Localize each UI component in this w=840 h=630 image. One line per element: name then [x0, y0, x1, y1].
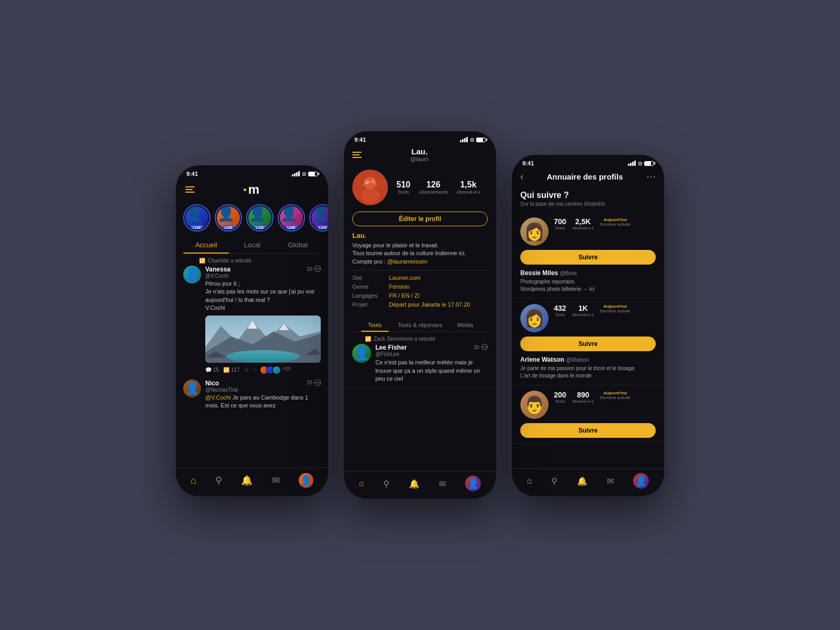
- profile-handle: @laum: [410, 156, 428, 162]
- bottom-nav-left: ⌂ ⚲ 🔔 ✉ 👤: [176, 467, 328, 496]
- post-actions-vanessa: 💬 15 🔁 117 ☆ ↑: [205, 366, 321, 374]
- retoot-text-center: Zack Simmmons a retooté: [374, 336, 435, 342]
- story-1[interactable]: 👤 LIVE: [183, 204, 211, 232]
- story-2[interactable]: 👤 LIVE: [215, 204, 242, 232]
- third-toots-num: 200: [554, 391, 566, 399]
- story-person-5: 👤: [311, 206, 328, 222]
- post-name-vanessa: Vanessa: [205, 266, 230, 273]
- feed-time-lee: 1h: [474, 344, 479, 350]
- post-meta-vanessa: 1h: [307, 266, 321, 272]
- story-4[interactable]: 👤 LIVE: [278, 204, 305, 232]
- more-options-btn[interactable]: ⋯: [646, 171, 656, 182]
- nav-search-right[interactable]: ⚲: [551, 476, 558, 486]
- stat-abonnees: 1,5k Abonné·e·s: [456, 180, 480, 195]
- menu-icon[interactable]: [185, 186, 195, 193]
- content-tab-media[interactable]: Média: [443, 319, 488, 331]
- follow-btn-bessie[interactable]: Suivre: [520, 250, 656, 265]
- logo: m: [244, 182, 259, 197]
- detail-val-site[interactable]: Laumei.com: [389, 275, 421, 281]
- third-abonnees-num: 890: [572, 391, 593, 399]
- nav-home-left[interactable]: ⌂: [191, 475, 196, 486]
- edit-profile-btn[interactable]: Éditer le profil: [352, 212, 488, 226]
- svg-point-5: [226, 350, 300, 363]
- nav-bell-left[interactable]: 🔔: [241, 475, 253, 486]
- stat-abonnements-num: 126: [419, 180, 448, 190]
- action-star[interactable]: ☆: [244, 367, 249, 373]
- mountain-svg: [205, 316, 321, 363]
- arlene-activity-label: Dernière activité: [600, 309, 631, 313]
- profile-bio: Voyage pour le plaisir et le travail. To…: [352, 242, 488, 266]
- nav-home-center[interactable]: ⌂: [359, 479, 364, 488]
- nav-search-center[interactable]: ⚲: [383, 479, 390, 489]
- bessie-activity-date: Aujourd'hui: [600, 217, 631, 222]
- reaction-avatar-3: [272, 366, 281, 374]
- tab-global[interactable]: Global: [275, 237, 321, 253]
- stat-abonnements: 126 Abonnements: [419, 180, 448, 195]
- detail-site: Site Laumei.com: [352, 275, 488, 281]
- bottom-nav-right: ⌂ ⚲ 🔔 ✉ 👤: [512, 468, 664, 496]
- nav-mail-left[interactable]: ✉: [272, 475, 280, 486]
- nav-avatar-left[interactable]: 👤: [299, 473, 313, 488]
- section-title: Qui suivre ?: [512, 186, 664, 201]
- nav-bell-right[interactable]: 🔔: [577, 476, 587, 486]
- tab-accueil[interactable]: Accueil: [183, 237, 229, 253]
- nav-mail-right[interactable]: ✉: [607, 476, 614, 486]
- feed-avatar-lee: 👤: [352, 344, 371, 363]
- nav-bell-center[interactable]: 🔔: [409, 479, 419, 489]
- content-tab-toots[interactable]: Toots: [352, 319, 397, 331]
- battery-icon: [308, 172, 318, 176]
- action-share[interactable]: ↑: [253, 367, 256, 373]
- story-avatar-4: 👤 LIVE: [280, 206, 303, 229]
- wifi-icon-right: ⊙: [638, 161, 642, 166]
- follow-btn-arlene[interactable]: Suivre: [520, 337, 656, 351]
- vanessa-avatar-icon: 👤: [183, 266, 201, 284]
- bessie-abonnees-num: 2,5K: [572, 217, 593, 226]
- center-top-bar: Lau. @laum: [344, 145, 496, 165]
- action-comment[interactable]: 💬 15: [205, 367, 219, 373]
- third-activity-date: Aujourd'hui: [600, 391, 631, 395]
- post-image-vanessa: [205, 316, 321, 363]
- bessie-toots-num: 700: [554, 217, 566, 226]
- nav-search-left[interactable]: ⚲: [215, 475, 222, 486]
- stat-abonnees-label: Abonné·e·s: [456, 190, 480, 195]
- post-header-vanessa: Vanessa @V.Cochi 1h: [205, 266, 321, 279]
- content-tab-toots-replies[interactable]: Toots & réponses: [397, 319, 443, 331]
- detail-key-projet: Projet: [352, 301, 384, 308]
- card-stat-activity-bessie: Aujourd'hui Dernière activité: [600, 217, 631, 230]
- story-3[interactable]: 👤 LIVE: [246, 204, 274, 232]
- retweet-notice-1: 🔁 Charlotte a retooté: [183, 258, 321, 264]
- third-activity-label: Dernière activité: [600, 395, 631, 400]
- detail-val-projet: Départ pour Jakarta le 17.07.20: [389, 301, 470, 308]
- nav-avatar-icon-left: 👤: [299, 473, 313, 488]
- hamburger-center[interactable]: [352, 152, 362, 158]
- bio-link[interactable]: @laurameissen: [387, 258, 428, 265]
- story-person-3: 👤: [248, 206, 267, 222]
- profile-name-yellow: Lau.: [352, 232, 488, 239]
- arlene-handle: @Watson: [566, 357, 589, 363]
- nav-avatar-icon-right: 👤: [633, 473, 649, 489]
- card-stats-third: 200 Toots 890 Abonné·e·s Aujourd'hui Der…: [554, 391, 656, 404]
- card-stats-arlene: 432 Toots 1K Abonné·e·s Aujourd'hui Dern…: [554, 304, 656, 317]
- post-avatar-nico: 👤: [183, 380, 201, 397]
- story-5[interactable]: 👤 LIVE: [309, 204, 328, 232]
- status-icons-right: ⊙: [628, 161, 654, 166]
- story-person-1: 👤: [185, 206, 204, 222]
- live-badge-5: LIVE: [317, 225, 328, 229]
- card-avatar-third: 👨: [520, 391, 549, 419]
- tab-local[interactable]: Local: [229, 237, 275, 253]
- battery-icon-right: [644, 161, 654, 166]
- profile-details: Site Laumei.com Genre Féminin Langages F…: [352, 270, 488, 308]
- feed-post-text-lee: Ce n'est pas la meilleur météo mais je t…: [375, 359, 488, 383]
- status-icons-center: ⊙: [460, 137, 486, 143]
- share-icon: ↑: [253, 367, 256, 373]
- follow-btn-third[interactable]: Suivre: [520, 423, 656, 438]
- action-retoot[interactable]: 🔁 117: [223, 367, 240, 373]
- nav-avatar-center[interactable]: 👤: [465, 476, 481, 491]
- arlene-avatar-icon: 👩: [524, 308, 545, 328]
- post-meta-nico: 1h: [307, 380, 321, 386]
- nav-mail-center[interactable]: ✉: [439, 479, 446, 489]
- nav-avatar-right[interactable]: 👤: [633, 473, 649, 489]
- feed-tabs: Accueil Local Global: [183, 237, 321, 254]
- nav-home-right[interactable]: ⌂: [527, 476, 532, 486]
- post-text-vanessa: Pérou jour 6 ;Je n'ais pas les mots sur …: [205, 280, 321, 312]
